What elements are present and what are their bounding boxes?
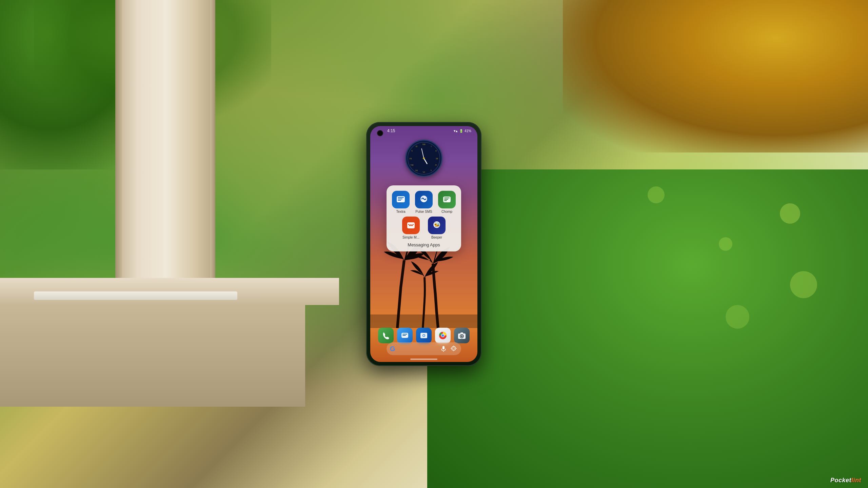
svg-point-42 — [453, 347, 455, 349]
app-label-textra: Textra — [396, 210, 405, 214]
svg-text:XII: XII — [422, 143, 425, 145]
camera-icon — [457, 331, 466, 340]
svg-text:II: II — [435, 150, 437, 152]
chrome-icon — [438, 331, 447, 340]
app-label-pulse: Pulse SMS — [415, 210, 432, 214]
svg-text:X: X — [411, 150, 413, 152]
google-search-bar[interactable]: G — [387, 342, 461, 355]
bokeh-3 — [790, 271, 817, 298]
bokeh-5 — [726, 305, 749, 329]
svg-text:VI: VI — [423, 171, 425, 173]
svg-text:IV: IV — [435, 164, 437, 166]
svg-text:XI: XI — [416, 145, 418, 147]
wifi-icon: ▾▴ — [454, 129, 458, 133]
phone-dock: O — [378, 328, 470, 343]
lens-search-icon[interactable] — [450, 345, 458, 353]
nav-gesture-bar — [410, 359, 437, 360]
app-icon-pulse — [415, 191, 433, 208]
folder-title: Messaging Apps — [391, 242, 457, 247]
phone-screen: 4:15 ▾▴ 🔋 41% XII III — [370, 126, 477, 362]
dock-chrome-app[interactable] — [435, 328, 451, 343]
app-folder[interactable]: Textra Pulse SMS — [387, 185, 461, 251]
front-camera — [378, 131, 382, 136]
svg-text:I: I — [431, 145, 432, 147]
svg-text:🐝: 🐝 — [434, 222, 440, 228]
messages-icon — [400, 331, 409, 340]
clock-widget[interactable]: XII III VI IX I II IV V XI X VIII VII — [405, 140, 442, 177]
app-grid-row2: Simple M... 🐝 Beeper — [391, 217, 457, 240]
outlook-icon: O — [419, 331, 428, 340]
railing-trim — [34, 291, 237, 300]
microphone-svg — [440, 345, 447, 352]
phone-icon — [381, 331, 390, 340]
clock-svg: XII III VI IX I II IV V XI X VIII VII — [406, 141, 441, 176]
bokeh-1 — [780, 203, 800, 224]
svg-rect-39 — [442, 346, 445, 349]
svg-text:VIII: VIII — [411, 164, 414, 166]
post-edge-left — [115, 0, 122, 305]
svg-point-16 — [423, 157, 425, 159]
bokeh-2 — [719, 237, 732, 251]
svg-point-34 — [442, 334, 444, 337]
phone-container: 4:15 ▾▴ 🔋 41% XII III — [366, 122, 481, 366]
battery-icon: 🔋 — [459, 129, 463, 133]
lens-svg — [450, 345, 457, 352]
app-item-simple[interactable]: Simple M... — [402, 217, 420, 240]
app-icon-simple — [402, 217, 420, 234]
railing-body — [0, 305, 305, 407]
svg-text:V: V — [431, 169, 432, 171]
clock-face: XII III VI IX I II IV V XI X VIII VII — [405, 140, 442, 177]
app-label-simple: Simple M... — [402, 236, 419, 240]
app-grid-row1: Textra Pulse SMS — [391, 191, 457, 214]
svg-text:O: O — [422, 333, 426, 338]
svg-rect-38 — [460, 332, 463, 334]
dock-phone-app[interactable] — [378, 328, 394, 343]
app-item-chomp[interactable]: Chomp — [437, 191, 457, 214]
svg-rect-17 — [370, 314, 477, 328]
search-bar-icons — [439, 345, 458, 353]
app-icon-chomp — [438, 191, 456, 208]
status-icons: ▾▴ 🔋 41% — [454, 129, 471, 133]
svg-point-37 — [461, 336, 463, 337]
post-edge-right — [210, 0, 215, 305]
app-icon-textra — [392, 191, 410, 208]
watermark-lint: lint — [851, 477, 861, 484]
dock-outlook-app[interactable]: O — [416, 328, 432, 343]
svg-text:VII: VII — [415, 169, 418, 171]
status-bar: 4:15 ▾▴ 🔋 41% — [370, 126, 477, 136]
google-g-letter: G — [390, 345, 395, 353]
dock-camera-app[interactable] — [454, 328, 470, 343]
svg-point-41 — [452, 346, 456, 350]
app-label-chomp: Chomp — [441, 210, 452, 214]
dock-messages-app[interactable] — [397, 328, 413, 343]
app-label-beeper: Beeper — [431, 236, 442, 240]
phone-body: 4:15 ▾▴ 🔋 41% XII III — [366, 122, 481, 366]
battery-percent: 41% — [465, 129, 471, 133]
voice-search-icon[interactable] — [439, 345, 448, 353]
app-icon-beeper: 🐝 — [428, 217, 446, 234]
bokeh-4 — [648, 186, 665, 203]
status-time: 4:15 — [387, 128, 395, 133]
watermark: Pocketlint — [830, 477, 861, 484]
watermark-pocket: Pocket — [830, 477, 851, 484]
svg-text:III: III — [436, 157, 438, 160]
app-item-pulse[interactable]: Pulse SMS — [414, 191, 434, 214]
lawn — [427, 169, 868, 488]
app-item-beeper[interactable]: 🐝 Beeper — [428, 217, 446, 240]
app-item-textra[interactable]: Textra — [391, 191, 411, 214]
autumn-trees — [563, 0, 868, 152]
svg-text:IX: IX — [410, 157, 412, 160]
